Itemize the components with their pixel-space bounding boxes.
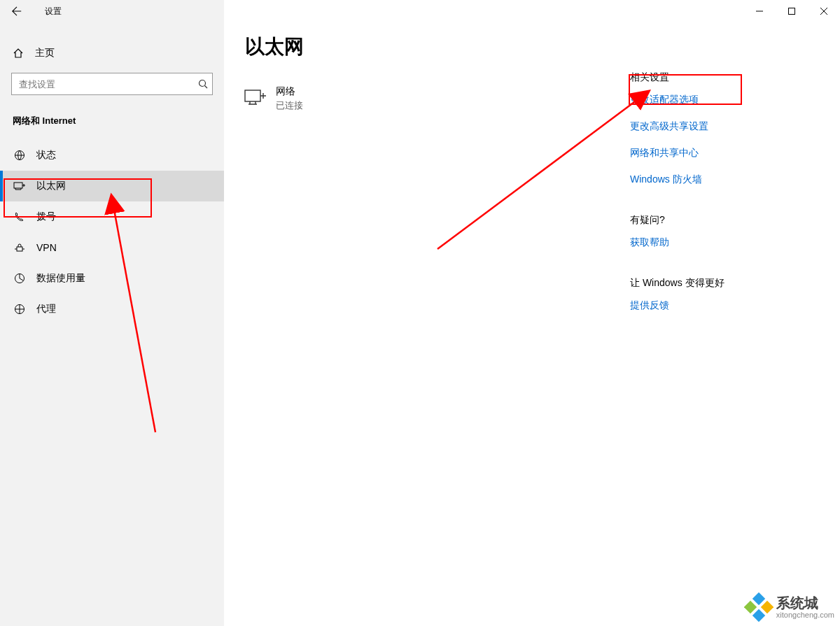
back-arrow-icon: [11, 6, 22, 17]
improve-heading: 让 Windows 变得更好: [630, 277, 812, 290]
sidebar: 主页 网络和 Internet 状态 以太网: [0, 0, 224, 626]
nav-list: 状态 以太网 拨号 VPN: [0, 140, 224, 325]
watermark: 系统城 xitongcheng.com: [744, 592, 834, 622]
watermark-brand: 系统城: [776, 596, 834, 610]
globe-icon: [13, 148, 27, 162]
questions-block: 有疑问? 获取帮助: [630, 214, 812, 249]
questions-heading: 有疑问?: [630, 214, 812, 227]
page-title: 以太网: [245, 34, 630, 60]
nav-group-title: 网络和 Internet: [0, 115, 224, 127]
nav-label: 代理: [36, 303, 56, 315]
network-text: 网络 已连接: [276, 85, 303, 112]
watermark-url: xitongcheng.com: [776, 611, 834, 619]
improve-block: 让 Windows 变得更好 提供反馈: [630, 277, 812, 312]
back-button[interactable]: [0, 0, 34, 22]
nav-label: 以太网: [36, 180, 66, 192]
phone-icon: [13, 210, 27, 224]
related-settings-block: 相关设置 更改适配器选项 更改高级共享设置 网络和共享中心 Windows 防火…: [630, 71, 812, 186]
network-status: 已连接: [276, 99, 303, 112]
search-input[interactable]: [12, 73, 212, 94]
nav-item-proxy[interactable]: 代理: [0, 294, 224, 325]
vpn-icon: [13, 241, 27, 255]
nav-item-status[interactable]: 状态: [0, 140, 224, 171]
svg-point-1: [200, 80, 206, 87]
home-icon: [11, 46, 25, 60]
svg-rect-3: [14, 183, 22, 188]
nav-label: 拨号: [36, 211, 56, 223]
svg-rect-13: [752, 609, 765, 622]
nav-item-ethernet[interactable]: 以太网: [0, 171, 224, 201]
content-column: 以太网 网络 已连接: [244, 34, 630, 626]
watermark-text: 系统城 xitongcheng.com: [776, 596, 834, 619]
nav-label: 状态: [36, 149, 56, 162]
svg-rect-11: [761, 601, 774, 613]
link-windows-firewall[interactable]: Windows 防火墙: [630, 173, 812, 186]
watermark-logo-icon: [744, 592, 774, 622]
monitor-network-icon: [244, 87, 267, 111]
related-settings-heading: 相关设置: [630, 71, 812, 84]
nav-label: 数据使用量: [36, 272, 85, 285]
nav-item-dialup[interactable]: 拨号: [0, 201, 224, 232]
nav-label: VPN: [36, 242, 57, 253]
svg-rect-12: [744, 601, 757, 613]
data-usage-icon: [13, 271, 27, 285]
link-advanced-sharing[interactable]: 更改高级共享设置: [630, 120, 812, 133]
search-wrap: [0, 67, 224, 95]
network-name: 网络: [276, 85, 303, 98]
home-nav[interactable]: 主页: [0, 39, 224, 67]
settings-window: 设置 主页: [0, 0, 840, 626]
link-network-center[interactable]: 网络和共享中心: [630, 147, 812, 159]
nav-item-datausage[interactable]: 数据使用量: [0, 263, 224, 294]
svg-rect-10: [752, 592, 765, 605]
main: 以太网 网络 已连接 相关设置 更改适配器选项 更改高级共享设置 网络和共享中心…: [224, 0, 840, 626]
link-change-adapter[interactable]: 更改适配器选项: [630, 94, 812, 106]
svg-rect-4: [17, 247, 22, 251]
home-label: 主页: [35, 47, 55, 59]
window-title: 设置: [45, 6, 62, 17]
link-feedback[interactable]: 提供反馈: [630, 299, 812, 312]
link-get-help[interactable]: 获取帮助: [630, 236, 812, 249]
search-box[interactable]: [11, 73, 213, 95]
search-icon: [198, 79, 208, 89]
network-item[interactable]: 网络 已连接: [244, 85, 630, 112]
svg-rect-7: [245, 90, 260, 101]
nav-item-vpn[interactable]: VPN: [0, 232, 224, 263]
right-rail: 相关设置 更改适配器选项 更改高级共享设置 网络和共享中心 Windows 防火…: [630, 34, 812, 626]
ethernet-icon: [13, 179, 27, 193]
proxy-icon: [13, 302, 27, 316]
